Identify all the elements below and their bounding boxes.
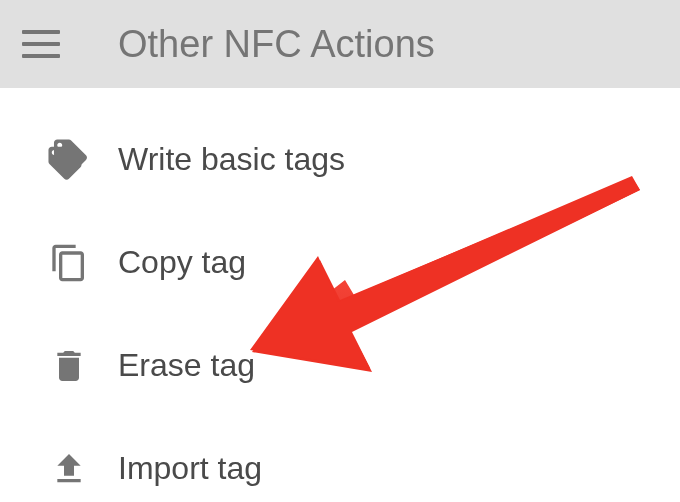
app-toolbar: Other NFC Actions [0,0,680,88]
list-item-label: Import tag [118,450,262,487]
list-item-write-basic-tags[interactable]: Write basic tags [0,108,680,211]
trash-icon [44,341,94,391]
upload-icon [44,444,94,494]
tags-icon [44,135,94,185]
list-item-label: Erase tag [118,347,255,384]
list-item-label: Copy tag [118,244,246,281]
list-item-label: Write basic tags [118,141,345,178]
page-title: Other NFC Actions [118,23,435,66]
menu-icon[interactable] [22,22,66,66]
list-item-import-tag[interactable]: Import tag [0,417,680,502]
list-item-erase-tag[interactable]: Erase tag [0,314,680,417]
list-item-copy-tag[interactable]: Copy tag [0,211,680,314]
copy-icon [44,238,94,288]
actions-list: Write basic tags Copy tag Erase tag Impo… [0,88,680,502]
